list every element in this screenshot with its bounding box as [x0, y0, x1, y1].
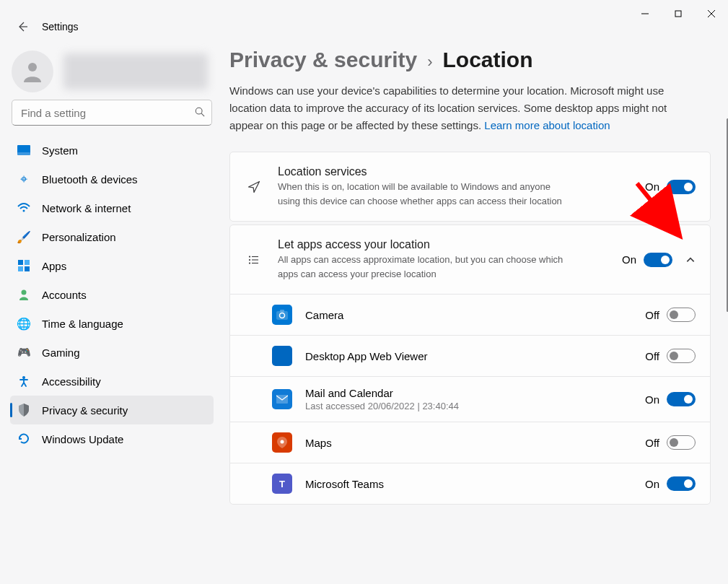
nav-item-bluetooth-devices[interactable]: ⌖Bluetooth & devices	[10, 165, 214, 193]
chevron-right-icon: ›	[427, 53, 432, 71]
nav-item-windows-update[interactable]: Windows Update	[10, 424, 214, 453]
bluetooth-icon: ⌖	[17, 173, 30, 186]
svg-rect-26	[276, 395, 288, 404]
app-icon	[272, 305, 292, 325]
toggle-state-label: On	[622, 253, 636, 266]
avatar	[12, 51, 53, 92]
app-icon: T	[272, 474, 292, 494]
app-toggle[interactable]	[667, 392, 696, 406]
gamepad-icon: 🎮	[17, 346, 30, 359]
app-name: Microsoft Teams	[305, 478, 632, 490]
search-icon	[195, 107, 205, 117]
nav-item-label: Privacy & security	[42, 404, 128, 417]
app-title: Settings	[42, 21, 79, 32]
nav-item-accessibility[interactable]: Accessibility	[10, 367, 214, 396]
nav-item-label: Network & internet	[42, 202, 131, 214]
toggle-state-label: On	[645, 478, 659, 490]
learn-more-link[interactable]: Learn more about location	[484, 119, 610, 131]
app-last-accessed: Last accessed 20/06/2022 | 23:40:44	[305, 401, 632, 411]
apps-icon	[17, 259, 30, 272]
apps-access-toggle[interactable]	[644, 253, 672, 267]
person-icon	[17, 288, 30, 301]
app-row-microsoft-teams: T Microsoft Teams On	[230, 463, 710, 504]
card-title: Location services	[278, 165, 629, 178]
breadcrumb-leaf: Location	[442, 48, 532, 72]
search-input[interactable]	[12, 100, 212, 126]
app-name: Camera	[305, 309, 632, 321]
app-toggle[interactable]	[667, 435, 696, 450]
svg-rect-9	[17, 152, 30, 155]
back-button[interactable]	[16, 20, 29, 33]
svg-point-27	[281, 440, 284, 444]
app-name: Desktop App Web Viewer	[305, 350, 632, 362]
wifi-icon	[17, 201, 30, 214]
location-arrow-icon	[246, 179, 262, 195]
app-row-mail-and-calendar: Mail and Calendar Last accessed 20/06/20…	[230, 376, 710, 422]
app-row-camera: Camera Off	[230, 294, 710, 335]
toggle-state-label: On	[645, 393, 659, 406]
globe-icon: 🌐	[17, 317, 30, 330]
svg-point-6	[196, 108, 202, 114]
toggle-state-label: On	[645, 180, 659, 193]
svg-rect-13	[18, 266, 23, 271]
shield-icon	[17, 404, 30, 417]
app-toggle[interactable]	[667, 349, 696, 363]
minimize-button[interactable]	[628, 2, 662, 25]
nav-item-network-internet[interactable]: Network & internet	[10, 193, 214, 222]
user-info-redacted	[63, 53, 208, 90]
maximize-button[interactable]	[662, 2, 695, 25]
nav-item-label: Accessibility	[42, 375, 101, 388]
card-apps-header[interactable]: Let apps access your location All apps c…	[230, 225, 710, 294]
nav-list: System⌖Bluetooth & devicesNetwork & inte…	[10, 136, 214, 453]
nav-item-accounts[interactable]: Accounts	[10, 280, 214, 309]
nav-item-apps[interactable]: Apps	[10, 251, 214, 280]
nav-item-system[interactable]: System	[10, 136, 214, 165]
nav-item-label: System	[42, 144, 78, 157]
svg-rect-11	[18, 260, 23, 265]
system-icon	[17, 144, 30, 157]
content-pane: Privacy & security › Location Windows ca…	[224, 33, 728, 505]
app-toggle[interactable]	[667, 308, 696, 322]
card-apps-access-location: Let apps access your location All apps c…	[229, 225, 711, 505]
svg-point-17	[249, 256, 250, 257]
svg-point-5	[28, 63, 37, 71]
list-icon	[246, 252, 262, 268]
app-icon	[272, 346, 292, 366]
app-icon	[272, 432, 292, 453]
nav-item-label: Windows Update	[42, 433, 123, 445]
app-name: Maps	[305, 437, 632, 449]
nav-item-label: Gaming	[42, 347, 80, 359]
card-location-services[interactable]: Location services When this is on, locat…	[229, 152, 711, 222]
nav-item-label: Bluetooth & devices	[42, 173, 138, 186]
svg-point-15	[22, 290, 27, 295]
toggle-state-label: Off	[645, 437, 659, 449]
sync-icon	[17, 432, 30, 445]
breadcrumb: Privacy & security › Location	[229, 48, 711, 72]
close-button[interactable]	[695, 2, 728, 25]
nav-item-label: Accounts	[42, 289, 87, 301]
user-block[interactable]	[12, 51, 214, 92]
app-row-maps: Maps Off	[230, 422, 710, 463]
nav-item-label: Personalization	[42, 231, 116, 243]
svg-line-7	[201, 113, 204, 116]
toggle-state-label: Off	[645, 350, 659, 362]
location-services-toggle[interactable]	[667, 180, 696, 194]
app-toggle[interactable]	[667, 476, 696, 491]
svg-point-10	[23, 210, 25, 212]
app-row-desktop-app-web-viewer: Desktop App Web Viewer Off	[230, 335, 710, 376]
svg-rect-12	[25, 260, 30, 265]
nav-item-privacy-security[interactable]: Privacy & security	[10, 396, 214, 424]
breadcrumb-parent[interactable]: Privacy & security	[229, 48, 417, 72]
nav-item-gaming[interactable]: 🎮Gaming	[10, 338, 214, 367]
toggle-state-label: Off	[645, 309, 659, 321]
svg-point-21	[249, 262, 250, 263]
svg-rect-14	[25, 266, 30, 271]
nav-item-time-language[interactable]: 🌐Time & language	[10, 309, 214, 338]
brush-icon: 🖌️	[17, 230, 30, 243]
card-title: Let apps access your location	[278, 238, 606, 251]
chevron-up-icon[interactable]	[685, 255, 696, 265]
nav-item-label: Time & language	[42, 318, 123, 330]
svg-point-19	[249, 258, 250, 260]
nav-item-personalization[interactable]: 🖌️Personalization	[10, 222, 214, 251]
svg-rect-1	[675, 11, 681, 17]
